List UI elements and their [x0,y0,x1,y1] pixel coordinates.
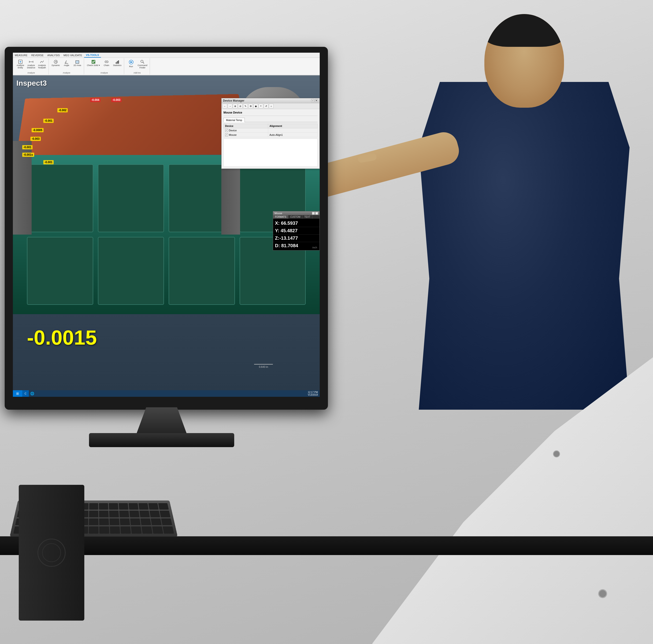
analyze-section-label: Analyze [27,72,35,74]
measurement-2: -0.003 [111,98,122,102]
menu-vs-tools[interactable]: VS-TOOLS [84,53,101,57]
analyze-entity-button[interactable]: AnalyzeEntity [15,59,26,70]
key-58 [142,526,152,534]
device-checkbox-input-1[interactable] [225,129,228,132]
start-button[interactable]: ⊞ [13,390,22,397]
scale-indicator: 0.643 in [254,364,273,368]
dm-tool-8[interactable]: ⌖ [259,104,263,108]
dynamic-button[interactable]: Dynamic [51,59,61,67]
command-finder-button[interactable]: CommandFinder [137,59,148,70]
measurement-5: -0.0005 [32,128,44,132]
close-button[interactable]: ✕ [315,99,318,102]
menu-meg-validate[interactable]: MEG VALIDATE [62,53,84,57]
part-orange [17,94,248,156]
run-button[interactable]: Run [126,60,136,68]
dynamic-icon [53,59,58,65]
check-solid-button[interactable]: Check Solid ▾ [86,59,101,67]
command-finder-label: CommandFinder [138,65,148,69]
mouse-panel-close[interactable]: ✕ [315,212,318,215]
key-28 [139,510,150,517]
monitor-screen: MEASURE REVERSE ANALYSIS MEG VALIDATE VS… [13,53,320,397]
key-12 [128,503,139,510]
menu-measure[interactable]: MEASURE [13,53,29,57]
device-checkbox-input-2[interactable] [225,133,228,136]
coordinates-display: X: 66.5937 Y: 45.4827 Z:-13.1477 D: 81.7… [273,219,319,250]
device-table: Device Alignment [223,124,318,137]
toolbar: AnalyzeEntity Analy [13,58,320,75]
svg-line-20 [143,62,144,64]
desk-surface [0,536,653,555]
slot-6 [98,237,164,305]
2d-area-button[interactable]: 2D Area [72,59,82,67]
toolbar-group-1: AnalyzeEntity Analy [14,58,49,74]
analysis-toolpath-label: AnalysisToolpath [38,65,46,69]
mouse-panel-minimize[interactable]: – [312,212,315,215]
statistics-button[interactable]: Statistics [112,59,122,67]
device-manager-content: Mouse Device Material Temp Device Alignm… [222,109,319,169]
person-hair [484,14,564,47]
dm-tool-9[interactable]: ↺ [264,104,268,108]
key-60 [163,526,174,534]
toolbar-group-4: Run CommandFinder [125,58,150,74]
monitor-base [89,433,234,447]
dm-tool-3[interactable]: ⊕ [233,104,238,108]
2d-area-icon [75,59,80,65]
key-8 [89,503,98,510]
toolbar-row-4: Run CommandFinder [126,59,148,70]
dm-tool-5[interactable]: ✎ [243,104,248,108]
scale-line [254,364,273,365]
key-9 [99,503,108,510]
formats-tab[interactable]: FORMATS [273,215,288,219]
toolbar-group-3: Check Solid ▾ [84,58,124,74]
chain-button[interactable]: Chain [101,59,112,67]
dm-tool-7[interactable]: ◉ [253,104,258,108]
alignment-col-header: Alignment [268,124,317,128]
analyze-distance-icon [29,59,34,65]
panel-window-controls: – ✕ [311,99,318,102]
menu-reverse[interactable]: REVERSE [29,53,45,57]
white-equipment [325,316,653,644]
dm-tool-6[interactable]: ⚙ [248,104,253,108]
key-15 [158,503,169,510]
taskbar-cad-icon[interactable]: C [22,390,29,397]
mouse-coordinates-panel: Mouse – ✕ FORMATS CUSTOM TEXT [273,211,320,250]
dm-tool-1[interactable]: ← [222,104,227,108]
material-temp-tab[interactable]: Material Temp [223,118,245,122]
measurement-1: -0.004 [90,98,100,102]
angle-button[interactable]: Angle [62,59,72,67]
dm-tool-10[interactable]: ⟐ [269,104,273,108]
analyze-distance-button[interactable]: AnalyzeDistance [26,59,36,70]
minimize-button[interactable]: – [311,99,314,102]
device-checkbox-2: Mouse [225,133,267,136]
angle-icon [64,59,69,65]
run-icon [128,60,134,66]
equipment-bolt-1 [599,590,606,597]
measurement-7: -0.001 [22,145,32,149]
key-30 [160,510,170,517]
taskbar-ie-icon[interactable]: 🌐 [29,390,35,397]
slot-7 [169,237,235,305]
text-tab[interactable]: TEXT [303,215,312,219]
alignment-cell-1 [268,128,317,133]
dm-tool-2[interactable]: → [228,104,232,108]
taskbar-clock: 12:17 PM V13/2018 [308,391,318,396]
analysis-toolpath-button[interactable]: AnalysisToolpath [37,59,47,70]
menu-analysis[interactable]: ANALYSIS [45,53,62,57]
svg-rect-9 [76,60,79,64]
key-10 [109,503,119,510]
cad-application: MEASURE REVERSE ANALYSIS MEG VALIDATE VS… [13,53,320,397]
unit-label: inch [312,246,317,249]
equipment-panel [372,340,653,644]
custom-tab[interactable]: CUSTOM [288,215,303,219]
analysis-toolpath-icon [39,59,45,65]
menu-bar: MEASURE REVERSE ANALYSIS MEG VALIDATE VS… [13,53,320,58]
svg-rect-16 [117,61,118,64]
toolbar-group-2: Dynamic Angle [49,58,84,74]
device-cell-2: Mouse [224,133,268,137]
key-24 [99,510,109,517]
mouse-panel-controls: – ✕ [312,212,318,215]
chain-icon [104,59,109,65]
dm-tool-4[interactable]: ⊘ [238,104,243,108]
measurement-3: -0.002 [57,108,68,113]
measurement-4: -0.001 [43,119,54,123]
